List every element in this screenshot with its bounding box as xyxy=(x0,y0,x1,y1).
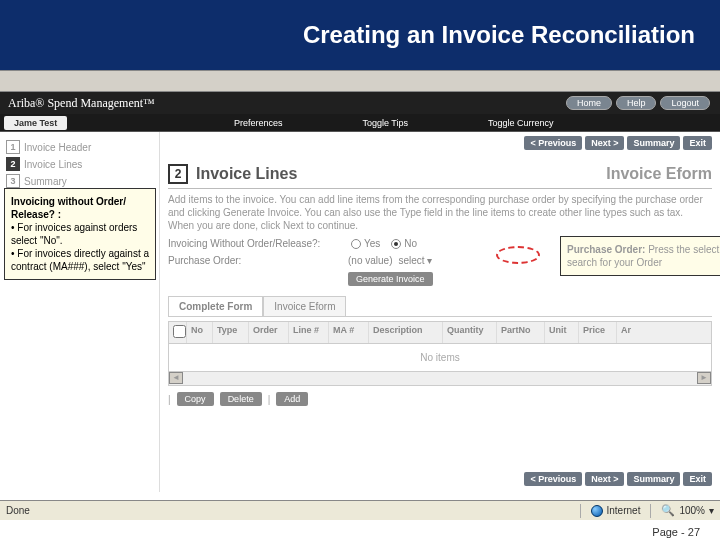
status-done: Done xyxy=(6,505,30,516)
prev-button-bottom[interactable]: < Previous xyxy=(524,472,582,486)
menu-preferences[interactable]: Preferences xyxy=(234,118,283,128)
scroll-right-icon[interactable]: ► xyxy=(697,372,711,384)
prev-button[interactable]: < Previous xyxy=(524,136,582,150)
next-button[interactable]: Next > xyxy=(585,136,624,150)
brand-label: Ariba® Spend Management™ xyxy=(8,96,155,111)
section-number: 2 xyxy=(168,164,188,184)
section-header: 2 Invoice Lines Invoice Eform xyxy=(168,164,712,189)
status-zone: Internet xyxy=(607,505,641,516)
menu-bar: Jame Test Preferences Toggle Tips Toggle… xyxy=(0,114,720,132)
logout-button[interactable]: Logout xyxy=(660,96,710,110)
tab-complete-form[interactable]: Complete Form xyxy=(168,296,263,316)
delete-button[interactable]: Delete xyxy=(220,392,262,406)
line-items-grid-header: No Type Order Line # MA # Description Qu… xyxy=(168,321,712,344)
step-invoice-lines[interactable]: 2 Invoice Lines xyxy=(6,157,159,171)
grid-empty-label: No items xyxy=(168,344,712,372)
wizard-nav-bottom: < Previous Next > Summary Exit xyxy=(524,472,712,486)
add-button[interactable]: Add xyxy=(276,392,308,406)
copy-button[interactable]: Copy xyxy=(177,392,214,406)
form-tabs: Complete Form Invoice Eform xyxy=(168,296,712,317)
chevron-down-icon[interactable]: ▾ xyxy=(427,255,432,266)
brand-bar: Ariba® Spend Management™ Home Help Logou… xyxy=(0,92,720,114)
grid-hscroll[interactable]: ◄ ► xyxy=(168,372,712,386)
exit-button[interactable]: Exit xyxy=(683,136,712,150)
select-all-checkbox[interactable] xyxy=(173,325,186,338)
step-summary[interactable]: 3 Summary xyxy=(6,174,159,188)
generate-invoice-button[interactable]: Generate Invoice xyxy=(348,272,433,286)
menu-toggle-currency[interactable]: Toggle Currency xyxy=(488,118,554,128)
menu-toggle-tips[interactable]: Toggle Tips xyxy=(362,118,408,128)
eform-label: Invoice Eform xyxy=(606,165,712,183)
slide-title-bar: Creating an Invoice Reconciliation xyxy=(0,0,720,70)
exit-button-bottom[interactable]: Exit xyxy=(683,472,712,486)
section-description: Add items to the invoice. You can add li… xyxy=(168,193,712,232)
home-button[interactable]: Home xyxy=(566,96,612,110)
scroll-left-icon[interactable]: ◄ xyxy=(169,372,183,384)
page-footer: Page - 27 xyxy=(652,526,700,538)
wizard-sidebar: 1 Invoice Header 2 Invoice Lines 3 Summa… xyxy=(0,132,160,492)
zoom-icon[interactable]: 🔍 xyxy=(661,504,675,517)
section-title: Invoice Lines xyxy=(196,165,598,183)
zoom-level: 100% xyxy=(679,505,705,516)
summary-button[interactable]: Summary xyxy=(627,136,680,150)
page-title: Creating an Invoice Reconciliation xyxy=(303,21,695,49)
summary-button-bottom[interactable]: Summary xyxy=(627,472,680,486)
zoom-menu-icon[interactable]: ▾ xyxy=(709,505,714,516)
highlight-ring xyxy=(496,246,540,264)
help-button[interactable]: Help xyxy=(616,96,657,110)
select-link[interactable]: select xyxy=(398,255,424,266)
radio-yes[interactable] xyxy=(351,239,361,249)
content-pane: < Previous Next > Summary Exit 2 Invoice… xyxy=(160,132,720,492)
next-button-bottom[interactable]: Next > xyxy=(585,472,624,486)
globe-icon xyxy=(591,505,603,517)
tab-invoice-eform[interactable]: Invoice Eform xyxy=(263,296,346,316)
radio-no[interactable] xyxy=(391,239,401,249)
callout-invoicing-without-order: Invoicing without Order/ Release? : • Fo… xyxy=(4,188,156,280)
po-value: (no value) xyxy=(348,255,392,266)
step-invoice-header[interactable]: 1 Invoice Header xyxy=(6,140,159,154)
wizard-nav-top: < Previous Next > Summary Exit xyxy=(524,136,712,150)
browser-status-bar: Done Internet 🔍 100% ▾ xyxy=(0,500,720,520)
callout-purchase-order: Purchase Order: Press the select button … xyxy=(560,236,720,276)
browser-toolbar xyxy=(0,70,720,92)
user-tab[interactable]: Jame Test xyxy=(4,116,67,130)
